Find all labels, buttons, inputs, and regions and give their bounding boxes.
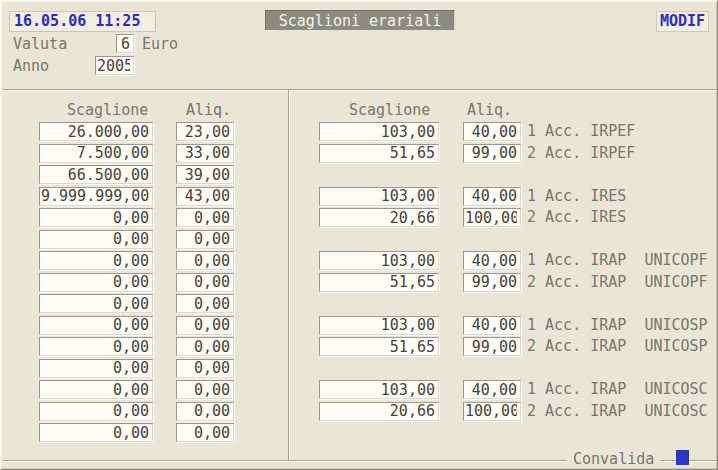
table-row: 2 Acc. IRAP UNICOSP <box>319 337 717 356</box>
scaglione-input[interactable] <box>39 165 153 184</box>
table-row: 2 Acc. IRAP UNICOPF <box>319 273 717 292</box>
table-row: 1 Acc. IRAP UNICOPF <box>319 251 717 270</box>
anno-input[interactable] <box>95 56 134 75</box>
scaglione-input[interactable] <box>39 187 153 206</box>
aliquota-input[interactable] <box>463 273 521 292</box>
scaglione-input[interactable] <box>39 423 153 442</box>
scaglione-input[interactable] <box>319 208 439 227</box>
acconto-label: 1 Acc. IRES <box>527 187 626 206</box>
aliquota-input[interactable] <box>176 273 234 292</box>
aliquota-input[interactable] <box>176 208 234 227</box>
aliquota-input[interactable] <box>176 230 234 249</box>
table-row <box>39 144 279 163</box>
scaglione-input[interactable] <box>319 144 439 163</box>
aliquota-input[interactable] <box>176 294 234 313</box>
convalida-label: Convalida <box>573 450 654 468</box>
aliquota-input[interactable] <box>176 359 234 378</box>
valuta-label: Valuta <box>13 36 67 52</box>
table-row <box>39 294 279 313</box>
table-row <box>39 316 279 335</box>
scaglione-input[interactable] <box>319 251 439 270</box>
convalida-button[interactable]: Convalida <box>567 451 660 467</box>
scaglione-input[interactable] <box>39 337 153 356</box>
aliquota-input[interactable] <box>463 144 521 163</box>
table-row: 1 Acc. IRAP UNICOSC <box>319 380 717 399</box>
panel-divider <box>288 90 290 460</box>
text-cursor-block[interactable] <box>676 450 689 465</box>
scaglione-input[interactable] <box>319 122 439 141</box>
aliquota-input[interactable] <box>463 380 521 399</box>
table-row <box>39 122 279 141</box>
table-row <box>39 337 279 356</box>
scaglione-input[interactable] <box>39 273 153 292</box>
spacer-row <box>319 294 717 313</box>
right-col-scaglione-header: Scaglione <box>349 102 430 118</box>
aliquota-input[interactable] <box>176 337 234 356</box>
acconto-label: 2 Acc. IRAP UNICOSP <box>527 337 708 356</box>
aliquota-input[interactable] <box>463 316 521 335</box>
page-title: Scaglioni erariali <box>265 10 455 30</box>
acconto-label: 2 Acc. IRAP UNICOPF <box>527 273 708 292</box>
scaglione-input[interactable] <box>39 294 153 313</box>
scaglione-input[interactable] <box>39 144 153 163</box>
aliquota-input[interactable] <box>463 337 521 356</box>
aliquota-input[interactable] <box>176 316 234 335</box>
scaglione-input[interactable] <box>39 380 153 399</box>
aliquota-input[interactable] <box>176 165 234 184</box>
left-col-scaglione-header: Scaglione <box>67 102 148 118</box>
table-row: 1 Acc. IRAP UNICOSP <box>319 316 717 335</box>
acconto-label: 1 Acc. IRAP UNICOSP <box>527 316 708 335</box>
aliquota-input[interactable] <box>463 208 521 227</box>
valuta-unit-label: Euro <box>142 36 178 52</box>
aliquota-input[interactable] <box>176 402 234 421</box>
acconto-label: 1 Acc. IRAP UNICOSC <box>527 380 708 399</box>
scaglione-input[interactable] <box>319 337 439 356</box>
aliquota-input[interactable] <box>463 122 521 141</box>
scaglione-input[interactable] <box>319 402 439 421</box>
aliquota-input[interactable] <box>176 251 234 270</box>
scaglione-input[interactable] <box>39 208 153 227</box>
table-row: 2 Acc. IRAP UNICOSC <box>319 402 717 421</box>
scaglione-input[interactable] <box>319 380 439 399</box>
acconto-label: 1 Acc. IRAP UNICOPF <box>527 251 708 270</box>
table-row <box>39 251 279 270</box>
aliquota-input[interactable] <box>176 423 234 442</box>
left-col-aliq-header: Aliq. <box>186 102 231 118</box>
spacer-row <box>319 230 717 249</box>
scaglione-input[interactable] <box>39 122 153 141</box>
scaglione-input[interactable] <box>39 230 153 249</box>
aliquota-input[interactable] <box>463 402 521 421</box>
acconto-label: 2 Acc. IRES <box>527 208 626 227</box>
app-window: 16.05.06 11:25 Scaglioni erariali MODIF … <box>0 0 718 470</box>
scaglione-input[interactable] <box>319 273 439 292</box>
aliquota-input[interactable] <box>463 251 521 270</box>
valuta-input[interactable] <box>116 34 134 53</box>
table-row <box>39 423 279 442</box>
spacer-row <box>319 165 717 184</box>
aliquota-input[interactable] <box>463 187 521 206</box>
aliquota-input[interactable] <box>176 144 234 163</box>
acconto-label: 2 Acc. IRAP UNICOSC <box>527 402 708 421</box>
scaglione-input[interactable] <box>319 187 439 206</box>
aliquota-input[interactable] <box>176 380 234 399</box>
scaglione-input[interactable] <box>39 402 153 421</box>
scaglione-input[interactable] <box>319 316 439 335</box>
spacer-row <box>319 359 717 378</box>
table-row: 1 Acc. IRES <box>319 187 717 206</box>
scaglione-input[interactable] <box>39 251 153 270</box>
header-divider <box>3 89 717 91</box>
table-row <box>39 359 279 378</box>
table-row <box>39 208 279 227</box>
table-row: 2 Acc. IRES <box>319 208 717 227</box>
acconto-label: 2 Acc. IRPEF <box>527 144 635 163</box>
scaglione-input[interactable] <box>39 316 153 335</box>
table-row <box>39 402 279 421</box>
anno-label: Anno <box>13 58 49 74</box>
right-col-aliq-header: Aliq. <box>467 102 512 118</box>
aliquota-input[interactable] <box>176 187 234 206</box>
right-table: 1 Acc. IRPEF 2 Acc. IRPEF 1 Acc. IRES 2 … <box>319 122 717 421</box>
left-table <box>39 122 279 442</box>
aliquota-input[interactable] <box>176 122 234 141</box>
scaglione-input[interactable] <box>39 359 153 378</box>
datetime-display: 16.05.06 11:25 <box>9 11 156 32</box>
